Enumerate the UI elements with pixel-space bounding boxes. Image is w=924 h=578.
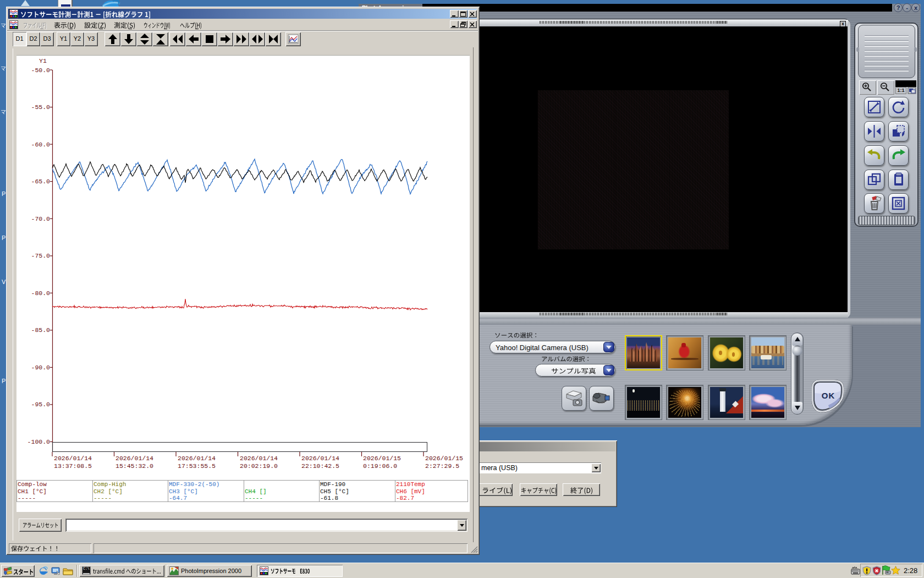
svg-text:OK: OK [822,391,835,400]
